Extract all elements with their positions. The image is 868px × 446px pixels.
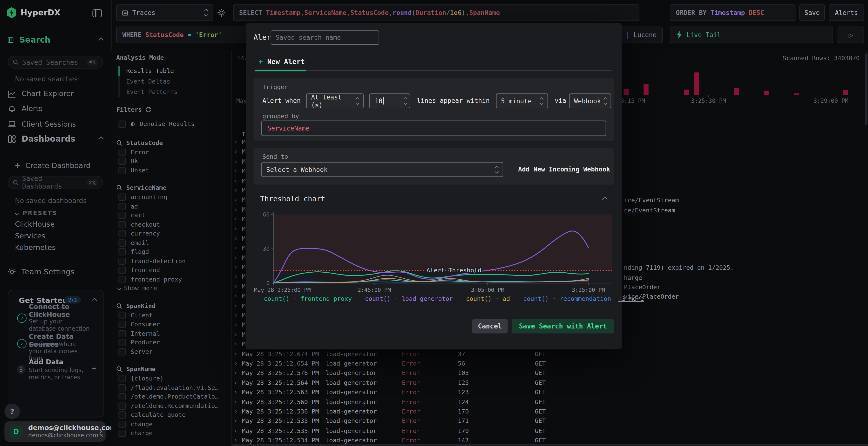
order-by-input[interactable]: ORDER BY Timestamp DESC (670, 4, 796, 21)
arrow-right-icon[interactable]: → (92, 364, 96, 372)
saved-search-name-input[interactable] (271, 30, 379, 45)
table-row[interactable]: ›May 28 3:25:12.674 PMload-generatorErro… (232, 349, 868, 359)
checkbox[interactable] (118, 167, 126, 174)
filter-checkbox-item[interactable]: currency (116, 229, 231, 238)
threshold-count-input[interactable]: 10 (369, 94, 410, 108)
filter-checkbox-item[interactable]: /oteldemo.ProductCatalo… (116, 392, 231, 402)
table-row[interactable]: ›May 28 3:25:12.536 PMload-generatorErro… (232, 407, 868, 417)
filter-checkbox-item[interactable]: calculate-quote (116, 411, 231, 420)
filter-checkbox-item[interactable]: Internal (116, 329, 231, 338)
checkbox[interactable] (118, 430, 126, 437)
filter-checkbox-item[interactable]: frontend (116, 266, 231, 275)
checkbox[interactable] (118, 421, 126, 428)
table-row[interactable]: ›May 28 3:25:12.654 PMload-generatorErro… (232, 359, 868, 369)
denoise-results-toggle[interactable]: ◐ Denoise Results (116, 118, 231, 130)
filter-checkbox-item[interactable]: Unset (116, 166, 231, 175)
legend-entry[interactable]: —count() · ad (460, 295, 510, 303)
help-button[interactable]: ? (4, 404, 20, 419)
table-row[interactable]: ›May 28 3:25:12.564 PMload-generatorErro… (232, 378, 868, 388)
checkbox[interactable] (118, 230, 126, 237)
filter-checkbox-item[interactable]: flagd (116, 247, 231, 256)
mode-event-deltas[interactable]: Event Deltas (120, 76, 231, 87)
filter-checkbox-item[interactable]: Ok (116, 157, 231, 166)
checkbox[interactable] (118, 212, 126, 219)
alerts-button[interactable]: Alerts (829, 4, 864, 21)
group-by-input[interactable]: ServiceName (261, 121, 606, 136)
vertical-scrollbar[interactable] (865, 53, 868, 125)
select-query-input[interactable]: SELECT Timestamp,ServiceName,StatusCode,… (233, 4, 640, 21)
table-row[interactable]: ›May 28 3:25:12.535 PMload-generatorErro… (232, 426, 868, 436)
chevron-up-icon[interactable] (92, 298, 97, 303)
filter-checkbox-item[interactable]: Consumer (116, 320, 231, 329)
checkbox[interactable] (118, 239, 126, 247)
user-menu[interactable]: D demos@clickhouse.com demos@clickhouse.… (4, 421, 105, 442)
checkbox[interactable] (118, 348, 126, 355)
filter-checkbox-item[interactable]: Client (116, 311, 231, 320)
checkbox[interactable] (118, 194, 126, 201)
source-select[interactable]: Traces (116, 4, 213, 21)
horizontal-scrollbar[interactable] (232, 444, 868, 446)
cancel-button[interactable]: Cancel (472, 319, 507, 334)
preset-services[interactable]: Services (15, 232, 45, 240)
live-tail-button[interactable]: Live Tail (670, 27, 833, 43)
source-settings-gear-icon[interactable] (217, 8, 226, 17)
checkbox[interactable] (118, 384, 126, 391)
time-window-select[interactable]: 5 minute (496, 94, 548, 108)
table-row[interactable]: ›May 28 3:25:12.563 PMload-generatorErro… (232, 388, 868, 397)
run-query-button[interactable]: ▷ (838, 27, 864, 43)
filter-checkbox-item[interactable]: email (116, 238, 231, 247)
filter-checkbox-item[interactable]: Producer (116, 338, 231, 347)
checkbox[interactable] (118, 321, 126, 328)
filter-checkbox-item[interactable]: /flagd.evaluation.v1.Se… (116, 383, 231, 392)
sidebar-item-team-settings[interactable]: Team Settings (8, 267, 74, 276)
table-row[interactable]: ›May 28 3:25:12.535 PMload-generatorErro… (232, 417, 868, 426)
checkbox[interactable] (118, 339, 126, 346)
refresh-icon[interactable] (145, 106, 152, 113)
webhook-select[interactable]: Select a Webhook (261, 162, 503, 177)
checkbox[interactable] (118, 412, 126, 419)
checkbox[interactable] (118, 276, 126, 283)
filter-checkbox-item[interactable]: change (116, 420, 231, 429)
step-title[interactable]: Connect to ClickHouse (29, 303, 98, 319)
operator-select[interactable]: At least (≥) (306, 94, 364, 108)
add-webhook-button[interactable]: Add New Incoming Webhook (518, 165, 610, 173)
checkbox[interactable] (118, 148, 126, 156)
filter-checkbox-item[interactable]: checkout (116, 220, 231, 229)
filter-checkbox-item[interactable]: fraud-detection (116, 256, 231, 266)
number-spinner[interactable] (401, 94, 410, 108)
mode-event-patterns[interactable]: Event Patterns (120, 87, 231, 97)
filter-checkbox-item[interactable]: accounting (116, 193, 231, 202)
checkbox[interactable] (118, 393, 126, 401)
sidebar-collapse-icon[interactable] (92, 9, 102, 17)
checkbox[interactable] (118, 330, 126, 337)
checkbox[interactable] (118, 403, 126, 410)
tab-new-alert[interactable]: + New Alert (258, 58, 305, 66)
collapse-chart-icon[interactable] (602, 197, 608, 202)
checkbox[interactable] (118, 267, 126, 274)
checkbox[interactable] (118, 375, 126, 382)
filter-checkbox-item[interactable]: Server (116, 347, 231, 356)
mode-results-table[interactable]: Results Table (120, 66, 231, 76)
checkbox[interactable] (118, 312, 126, 319)
channel-select[interactable]: Webhook (569, 94, 611, 108)
create-dashboard-button[interactable]: + Create Dashboard (14, 161, 91, 170)
filter-checkbox-item[interactable]: frontend-proxy (116, 275, 231, 284)
show-more-button[interactable]: Show more (116, 284, 231, 293)
sidebar-item-search[interactable]: Search (8, 35, 103, 44)
checkbox[interactable] (118, 248, 126, 255)
legend-entry[interactable]: —count() · frontend-proxy (258, 295, 352, 303)
save-search-with-alert-button[interactable]: Save Search with Alert (512, 319, 614, 334)
filter-checkbox-item[interactable]: charge (116, 428, 231, 438)
legend-entry[interactable]: —count() · load-generator (359, 295, 453, 303)
table-row[interactable]: ›May 28 3:25:12.576 PMload-generatorErro… (232, 369, 868, 378)
checkbox[interactable] (118, 258, 126, 265)
sidebar-item-alerts[interactable]: Alerts (8, 105, 42, 113)
legend-entry[interactable]: —count() · recommendation (517, 295, 611, 303)
checkbox[interactable] (118, 120, 126, 127)
legend-more-button[interactable]: +3 more (618, 295, 644, 303)
filter-checkbox-item[interactable]: /oteldemo.Recommendatio… (116, 402, 231, 411)
checkbox[interactable] (118, 203, 126, 210)
step-title[interactable]: Add Data (29, 359, 98, 367)
checkbox[interactable] (118, 158, 126, 165)
checkbox[interactable] (118, 221, 126, 228)
